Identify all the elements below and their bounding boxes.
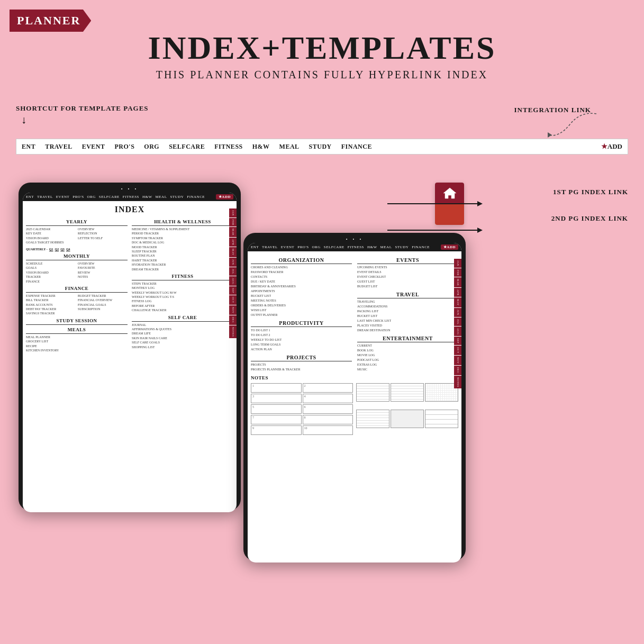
rtab-dec[interactable]: DEC — [454, 366, 461, 375]
tablet-add-btn-left[interactable]: ★ADD — [216, 194, 233, 199]
notes-cell-9: 9 — [251, 425, 302, 435]
health-item-4: DOC & MEDICAL LOG — [132, 240, 233, 244]
org-item-10: WISH LIST — [251, 308, 352, 313]
notes-plain-1 — [391, 410, 424, 428]
selfcare-item-4: SKIN HAIR NAILS CARE — [132, 336, 233, 340]
ent-item-2: BOOK LOG — [357, 348, 458, 353]
right-side-tabs: JAN FEB MAR APR MAY JUN JUL AUG SEP OCT … — [454, 259, 461, 388]
rtab-jul[interactable]: JUL — [454, 318, 461, 326]
finance-sub-1: BUDGET TRACKER — [78, 294, 128, 298]
tab-oct[interactable]: OCT — [229, 295, 237, 305]
health-item-6: SLEEP TRACKER — [132, 249, 233, 253]
rtab-oct[interactable]: OCT — [454, 346, 461, 355]
tab-hw[interactable]: H&W — [252, 143, 270, 151]
notes-cell-1: 1 — [251, 383, 302, 393]
tab-jan[interactable]: JAN — [229, 208, 237, 217]
ent-item-4: PODCAST LOG — [357, 358, 458, 362]
travel-item-2: ACCOMMODATIONS — [357, 304, 458, 309]
tab-org[interactable]: ORG — [144, 143, 159, 151]
yearly-item-4: GOALS TARGET HOBBIES — [26, 240, 76, 244]
tab-may[interactable]: MAY — [229, 247, 237, 257]
monthly-sub-4: NOTES — [78, 275, 128, 279]
notes-right-grid — [356, 383, 458, 435]
tab-apr[interactable]: APR — [229, 238, 237, 247]
events-item-3: EVENT CHECKLIST — [357, 275, 458, 279]
rtab-jun[interactable]: JUN — [454, 308, 461, 317]
org-item-6: APPOINTMENTS — [251, 289, 352, 294]
tab-pros[interactable]: PRO'S — [115, 143, 135, 151]
monthly-sub-3: REVIEW — [78, 270, 128, 275]
study-heading: STUDY SESSION — [26, 318, 128, 323]
rtab-nov[interactable]: NOV — [454, 356, 461, 365]
monthly-item-5: FINANCE — [26, 279, 76, 284]
tab-fitness[interactable]: FITNESS — [214, 143, 243, 151]
org-title: ORGANIZATION — [251, 257, 352, 263]
svg-marker-0 — [548, 132, 552, 138]
tab-mar[interactable]: MAR — [229, 227, 237, 237]
tab-travel[interactable]: TRAVEL — [45, 143, 72, 151]
tab-ent[interactable]: ENT — [22, 143, 35, 151]
tab-add-button[interactable]: ★ADD — [601, 142, 622, 151]
selfcare-line — [132, 321, 233, 322]
monthly-item-1: SCHEDULE — [26, 261, 76, 266]
tab-event[interactable]: EVENT — [82, 143, 105, 151]
left-index-content: INDEX YEARLY 2025 CALENDAR KEY DATE VISI… — [23, 201, 237, 510]
quarterly-label: QUARTERLY - — [26, 247, 48, 251]
entertainment-title: ENTERTAINMENT — [357, 335, 458, 341]
monthly-right-subcol: OVERVIEW FAVOURITE REVIEW NOTES — [78, 261, 128, 284]
rtab-mar[interactable]: MAR — [454, 277, 461, 287]
rtab-notes[interactable]: NOTES — [454, 376, 461, 389]
tablet-add-btn-right[interactable]: ★ADD — [441, 244, 458, 250]
tab-feb[interactable]: FEB — [229, 218, 237, 227]
tablet-dots-right: • • • — [248, 237, 461, 242]
finance-sub-2: FINANCIAL OVERVIEW — [78, 298, 128, 302]
tab-study[interactable]: STUDY — [309, 143, 332, 151]
health-item-3: SYMPTOM TRACKER — [132, 236, 233, 240]
svg-marker-4 — [477, 228, 483, 233]
productivity-line — [251, 326, 352, 327]
org-item-11: OUTFIT PLANNER — [251, 313, 352, 318]
finance-heading: FINANCE — [26, 286, 128, 291]
health-item-10: DREAM TRACKER — [132, 267, 233, 271]
fitness-item-2: MONTHLY LOG — [132, 286, 233, 290]
ent-item-1: CURRENT — [357, 343, 458, 348]
tab-aug[interactable]: AUG — [229, 276, 237, 286]
monthly-left-subcol: SCHEDULE GOALS VISION BOARD TRACKER FINA… — [26, 261, 76, 284]
rtab-sep[interactable]: SEP — [454, 337, 461, 345]
monthly-sub-2: FAVOURITE — [78, 266, 128, 270]
notes-section: NOTES 1 2 3 4 5 6 7 8 9 10 — [251, 375, 458, 435]
tab-finance[interactable]: FINANCE — [341, 143, 372, 151]
tab-notes[interactable]: NOTES — [229, 325, 237, 339]
tab-sep[interactable]: SEP — [229, 286, 237, 295]
org-right-col: EVENTS UPCOMING EVENTS EVENT DETAILS EVE… — [357, 256, 458, 372]
health-item-7: ROUTINE PLAN — [132, 253, 233, 258]
health-item-8: HABIT TRACKER — [132, 258, 233, 262]
tab-selfcare[interactable]: SELFCARE — [169, 143, 205, 151]
right-tablet-nav: ENT TRAVEL EVENT PRO'S ORG SELFCARE FITN… — [248, 243, 461, 251]
tab-jun[interactable]: JUN — [229, 258, 237, 267]
monthly-heading: MONTHLY — [26, 253, 128, 259]
rtab-feb[interactable]: FEB — [454, 268, 461, 277]
travel-item-6: PLACES VISITED — [357, 323, 458, 328]
tab-meal[interactable]: MEAL — [279, 143, 300, 151]
rtab-jan[interactable]: JAN — [454, 259, 461, 268]
tablet-dots-left: • • • — [23, 187, 237, 192]
finance-left-subcol: EXPENSE TRACKER BILL TRACKER BANK ACCOUN… — [26, 294, 76, 316]
tab-jul[interactable]: JUL — [229, 267, 237, 276]
yearly-line — [26, 225, 128, 226]
tab-dec[interactable]: DEC — [229, 315, 237, 325]
selfcare-item-6: SHOPPING LIST — [132, 345, 233, 349]
events-title: EVENTS — [357, 257, 458, 263]
left-side-tabs: JAN FEB MAR APR MAY JUN JUL AUG SEP OCT … — [229, 208, 237, 338]
page-title: INDEX+TEMPLATES — [0, 29, 644, 67]
yearly-item-1: 2025 CALENDAR — [26, 227, 76, 231]
tab-nov[interactable]: NOV — [229, 305, 237, 315]
org-item-4: DUE / KEY DATE — [251, 279, 352, 284]
finance-line — [26, 292, 128, 293]
finance-right-subcol: BUDGET TRACKER FINANCIAL OVERVIEW FINANC… — [78, 294, 128, 316]
rtab-may[interactable]: MAY — [454, 297, 461, 307]
notes-cell-6: 6 — [303, 404, 353, 414]
events-item-5: BUDGET LIST — [357, 284, 458, 289]
rtab-apr[interactable]: APR — [454, 288, 461, 297]
rtab-aug[interactable]: AUG — [454, 326, 461, 336]
